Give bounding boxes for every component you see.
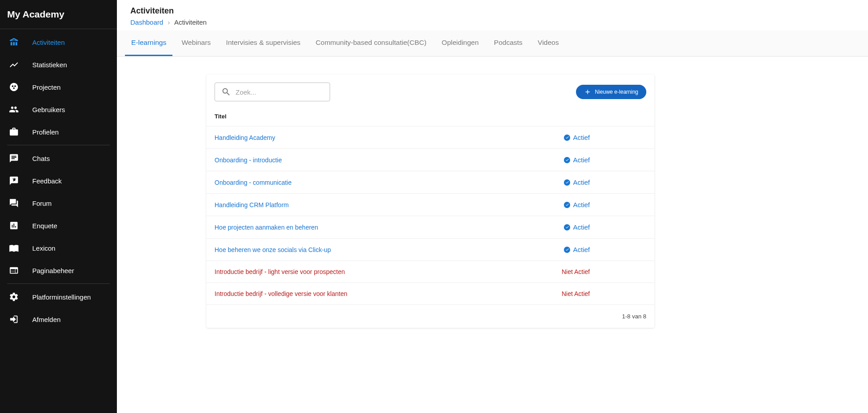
sidebar-item-review[interactable]: Feedback (0, 170, 117, 192)
page-title: Activiteiten (130, 6, 855, 16)
projects-icon (9, 82, 19, 92)
sidebar-item-people[interactable]: Gebruikers (0, 98, 117, 121)
new-elearning-button[interactable]: Nieuwe e-learning (576, 85, 646, 99)
review-icon (9, 176, 19, 186)
check-circle-icon (564, 247, 570, 253)
web-icon (9, 265, 19, 275)
status-badge: Actief (564, 156, 590, 164)
status-badge: Niet Actief (562, 290, 590, 297)
table-row: Introductie bedrijf - volledige versie v… (206, 283, 654, 304)
check-circle-icon (564, 157, 570, 163)
sidebar-item-label: Paginabeheer (32, 267, 74, 274)
search-box[interactable] (215, 83, 330, 101)
sidebar-nav: ActiviteitenStatistiekenProjectenGebruik… (0, 29, 117, 413)
sidebar-item-label: Feedback (32, 177, 62, 185)
sidebar-item-label: Gebruikers (32, 106, 65, 113)
poll-icon (9, 221, 19, 230)
sidebar-item-label: Activiteiten (32, 39, 65, 46)
status-badge: Actief (564, 178, 590, 186)
nav-divider (7, 283, 110, 284)
elearning-title-link[interactable]: Handleiding Academy (215, 134, 275, 141)
elearnings-card: Nieuwe e-learning Titel Handleiding Acad… (206, 74, 654, 328)
sidebar-item-projects[interactable]: Projecten (0, 76, 117, 98)
add-icon (584, 88, 591, 96)
elearning-title-link[interactable]: Handleiding CRM Platform (215, 201, 289, 209)
sidebar-item-exit[interactable]: Afmelden (0, 308, 117, 330)
sidebar-item-forum[interactable]: Forum (0, 192, 117, 214)
sidebar: My Academy ActiviteitenStatistiekenProje… (0, 0, 117, 413)
chart-icon (9, 60, 19, 70)
sidebar-item-chart[interactable]: Statistieken (0, 53, 117, 76)
breadcrumb-current: Activiteiten (174, 18, 207, 26)
table-header-title: Titel (206, 109, 654, 126)
tabs-bar: E-learningsWebinarsIntervisies & supervi… (117, 30, 868, 57)
breadcrumb-dashboard-link[interactable]: Dashboard (130, 18, 163, 26)
check-circle-icon (564, 135, 570, 141)
settings-icon (9, 292, 19, 302)
elearning-title-inactive: Introductie bedrijf - light versie voor … (215, 268, 345, 275)
forum-icon (9, 198, 19, 208)
breadcrumb: Dashboard › Activiteiten (130, 18, 855, 26)
exit-icon (9, 314, 19, 324)
sidebar-item-label: Forum (32, 200, 52, 207)
sidebar-item-web[interactable]: Paginabeheer (0, 259, 117, 282)
briefcase-icon (9, 127, 19, 137)
breadcrumb-separator: › (165, 18, 173, 26)
sidebar-item-label: Profielen (32, 128, 59, 136)
check-circle-icon (564, 224, 570, 230)
table-row: Hoe projecten aanmaken en beherenActief (206, 216, 654, 238)
table-row: Handleiding AcademyActief (206, 126, 654, 148)
status-badge: Actief (564, 201, 590, 209)
tab-podcasts[interactable]: Podcasts (488, 30, 529, 56)
check-circle-icon (564, 202, 570, 208)
main: Activiteiten Dashboard › Activiteiten E-… (117, 0, 868, 413)
check-circle-icon (564, 179, 570, 186)
tab-e-learnings[interactable]: E-learnings (125, 30, 172, 56)
sidebar-item-label: Afmelden (32, 316, 60, 323)
tab-community-based-consultatie-cbc-[interactable]: Community-based consultatie(CBC) (309, 30, 433, 56)
new-elearning-label: Nieuwe e-learning (595, 89, 638, 95)
elearning-title-link[interactable]: Onboarding - introductie (215, 157, 282, 164)
search-input[interactable] (236, 88, 323, 96)
table-row: Onboarding - communicatieActief (206, 171, 654, 193)
sidebar-item-label: Platforminstellingen (32, 293, 91, 301)
sidebar-item-book[interactable]: Lexicon (0, 237, 117, 259)
table-row: Handleiding CRM PlatformActief (206, 193, 654, 216)
sidebar-item-settings[interactable]: Platforminstellingen (0, 286, 117, 308)
status-badge: Actief (564, 134, 590, 141)
elearning-title-link[interactable]: Onboarding - communicatie (215, 179, 292, 186)
status-badge: Actief (564, 246, 590, 253)
sidebar-item-label: Enquete (32, 222, 57, 230)
people-icon (9, 104, 19, 114)
table-row: Onboarding - introductieActief (206, 148, 654, 171)
tab-videos[interactable]: Videos (532, 30, 565, 56)
tab-opleidingen[interactable]: Opleidingen (435, 30, 485, 56)
sidebar-item-label: Chats (32, 155, 50, 162)
chat-icon (9, 153, 19, 163)
book-icon (9, 243, 19, 253)
sidebar-item-poll[interactable]: Enquete (0, 214, 117, 237)
table-row: Introductie bedrijf - light versie voor … (206, 261, 654, 283)
page-header: Activiteiten Dashboard › Activiteiten (117, 0, 868, 30)
elearning-title-inactive: Introductie bedrijf - volledige versie v… (215, 290, 348, 297)
app-title: My Academy (0, 0, 117, 29)
table-body: Handleiding AcademyActiefOnboarding - in… (206, 126, 654, 304)
sidebar-item-label: Lexicon (32, 244, 56, 252)
activities-icon (9, 37, 19, 47)
status-badge: Actief (564, 223, 590, 231)
tab-webinars[interactable]: Webinars (175, 30, 217, 56)
sidebar-item-briefcase[interactable]: Profielen (0, 121, 117, 143)
elearning-title-link[interactable]: Hoe beheren we onze socials via Click-up (215, 246, 331, 253)
sidebar-item-activities[interactable]: Activiteiten (0, 31, 117, 53)
nav-divider (7, 145, 110, 145)
card-toolbar: Nieuwe e-learning (206, 74, 654, 109)
sidebar-item-label: Projecten (32, 83, 60, 91)
sidebar-item-chat[interactable]: Chats (0, 147, 117, 170)
elearning-title-link[interactable]: Hoe projecten aanmaken en beheren (215, 224, 318, 231)
table-row: Hoe beheren we onze socials via Click-up… (206, 238, 654, 261)
search-icon (221, 87, 231, 97)
tab-intervisies-supervisies[interactable]: Intervisies & supervisies (220, 30, 307, 56)
sidebar-item-label: Statistieken (32, 61, 67, 69)
table-pagination: 1-8 van 8 (206, 304, 654, 328)
status-badge: Niet Actief (562, 268, 590, 275)
